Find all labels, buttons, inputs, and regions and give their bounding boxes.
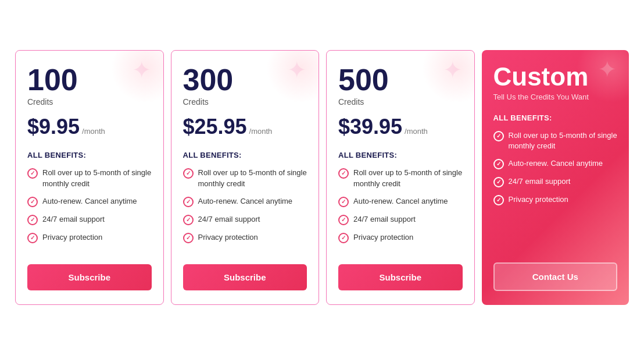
benefit-text: 24/7 email support [42, 214, 105, 225]
price-row: $9.95/month [27, 115, 152, 139]
check-icon [493, 177, 504, 187]
benefits-title: ALL BENEFITS: [493, 113, 618, 122]
benefit-item: 24/7 email support [338, 214, 463, 225]
benefit-list: Roll over up to 5-month of single monthl… [183, 168, 307, 250]
check-icon [338, 197, 349, 207]
benefit-item: Auto-renew. Cancel anytime [493, 158, 618, 169]
benefit-text: Roll over up to 5-month of single monthl… [353, 168, 463, 189]
check-icon [493, 131, 504, 141]
plan-card-plan-500: ✦500Credits$39.95/monthALL BENEFITS:Roll… [326, 50, 475, 304]
benefit-text: Privacy protection [509, 194, 568, 205]
price-amount: $25.95 [183, 115, 247, 139]
benefit-item: 24/7 email support [27, 214, 152, 225]
decoration-dots: ✦ [598, 56, 617, 83]
credits-label: Credits [27, 97, 152, 106]
check-icon [183, 233, 194, 243]
benefit-text: Auto-renew. Cancel anytime [42, 196, 137, 207]
benefit-text: Roll over up to 5-month of single monthl… [509, 130, 618, 151]
benefit-item: Auto-renew. Cancel anytime [183, 196, 307, 207]
benefit-text: Roll over up to 5-month of single monthl… [198, 168, 307, 189]
benefit-item: Roll over up to 5-month of single monthl… [27, 168, 152, 189]
benefit-item: Auto-renew. Cancel anytime [27, 196, 152, 207]
benefit-text: 24/7 email support [353, 214, 416, 225]
credit-number: Custom [493, 64, 618, 90]
credits-label: Tell Us the Credits You Want [493, 92, 618, 102]
credits-label: Credits [338, 97, 463, 106]
benefit-item: 24/7 email support [493, 176, 618, 187]
check-icon [27, 168, 38, 179]
check-icon [183, 197, 194, 207]
benefit-item: Privacy protection [27, 232, 152, 243]
price-row: $39.95/month [338, 115, 463, 139]
check-icon [183, 168, 194, 179]
benefits-title: ALL BENEFITS: [27, 151, 152, 159]
credit-number: 100 [27, 65, 152, 95]
price-period: /month [405, 127, 428, 136]
check-icon [183, 215, 194, 225]
price-period: /month [249, 127, 273, 136]
benefit-text: 24/7 email support [509, 176, 571, 187]
benefit-item: Roll over up to 5-month of single monthl… [493, 130, 618, 151]
benefit-list: Roll over up to 5-month of single monthl… [493, 130, 618, 248]
benefit-text: Privacy protection [42, 232, 102, 243]
subscribe-button[interactable]: Subscribe [27, 264, 152, 290]
check-icon [338, 215, 349, 225]
plan-card-plan-100: ✦100Credits$9.95/monthALL BENEFITS:Roll … [15, 50, 164, 304]
benefit-item: Privacy protection [183, 232, 307, 243]
benefit-text: Roll over up to 5-month of single monthl… [42, 168, 152, 189]
price-row: $25.95/month [183, 115, 307, 139]
check-icon [27, 233, 38, 243]
check-icon [27, 215, 38, 225]
decoration-dots: ✦ [132, 56, 152, 83]
benefit-list: Roll over up to 5-month of single monthl… [338, 168, 463, 250]
benefit-item: Roll over up to 5-month of single monthl… [183, 168, 307, 189]
contact-us-button[interactable]: Contact Us [493, 262, 618, 291]
benefit-item: Auto-renew. Cancel anytime [338, 196, 463, 207]
benefit-text: Auto-renew. Cancel anytime [198, 196, 293, 207]
check-icon [338, 233, 349, 243]
check-icon [493, 159, 504, 169]
benefit-list: Roll over up to 5-month of single monthl… [27, 168, 152, 250]
benefit-text: Privacy protection [198, 232, 258, 243]
plan-card-plan-custom: ✦CustomTell Us the Credits You WantALL B… [482, 50, 629, 304]
check-icon [27, 197, 38, 207]
check-icon [338, 168, 349, 179]
price-amount: $39.95 [338, 115, 402, 139]
check-icon [493, 195, 504, 205]
benefit-item: Privacy protection [493, 194, 618, 205]
benefits-title: ALL BENEFITS: [338, 151, 463, 159]
price-period: /month [82, 127, 105, 136]
benefit-text: Auto-renew. Cancel anytime [353, 196, 448, 207]
benefit-text: Auto-renew. Cancel anytime [509, 158, 603, 169]
credit-number: 300 [183, 65, 307, 95]
benefits-title: ALL BENEFITS: [183, 151, 307, 159]
pricing-container: ✦100Credits$9.95/monthALL BENEFITS:Roll … [12, 50, 632, 304]
benefit-item: 24/7 email support [183, 214, 307, 225]
price-amount: $9.95 [27, 115, 80, 139]
subscribe-button[interactable]: Subscribe [183, 264, 307, 290]
decoration-dots: ✦ [443, 56, 463, 83]
benefit-text: Privacy protection [353, 232, 413, 243]
plan-card-plan-300: ✦300Credits$25.95/monthALL BENEFITS:Roll… [171, 50, 320, 304]
benefit-item: Privacy protection [338, 232, 463, 243]
benefit-item: Roll over up to 5-month of single monthl… [338, 168, 463, 189]
subscribe-button[interactable]: Subscribe [338, 264, 463, 290]
credits-label: Credits [183, 97, 307, 106]
benefit-text: 24/7 email support [198, 214, 260, 225]
decoration-dots: ✦ [287, 56, 307, 83]
credit-number: 500 [338, 65, 463, 95]
